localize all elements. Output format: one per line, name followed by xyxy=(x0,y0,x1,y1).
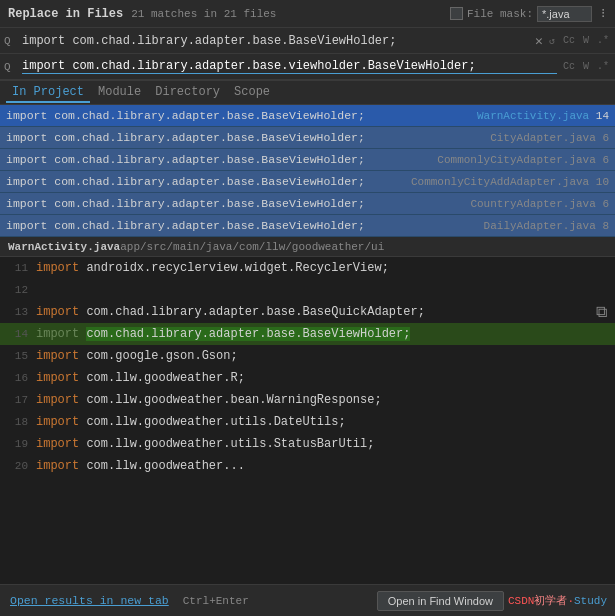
code-line: 17import com.llw.goodweather.bean.Warnin… xyxy=(0,389,615,411)
line-number: 16 xyxy=(0,372,36,384)
tab-in-project[interactable]: In Project xyxy=(6,83,90,103)
line-content: import com.chad.library.adapter.base.Bas… xyxy=(36,327,615,341)
line-number: 12 xyxy=(0,284,36,296)
result-code: import com.chad.library.adapter.base.Bas… xyxy=(6,175,403,188)
line-content: import com.llw.goodweather.utils.StatusB… xyxy=(36,437,615,451)
tab-scope[interactable]: Scope xyxy=(228,83,276,103)
line-content: import com.llw.goodweather.R; xyxy=(36,371,615,385)
line-content: import com.llw.goodweather... xyxy=(36,459,615,473)
result-code: import com.chad.library.adapter.base.Bas… xyxy=(6,131,482,144)
line-number: 11 xyxy=(0,262,36,274)
line-content: import com.google.gson.Gson; xyxy=(36,349,615,363)
line-content: import com.chad.library.adapter.base.Bas… xyxy=(36,305,615,319)
result-file: CountryAdapter.java 6 xyxy=(462,198,609,210)
code-area: 11import androidx.recyclerview.widget.Re… xyxy=(0,257,615,477)
result-row[interactable]: import com.chad.library.adapter.base.Bas… xyxy=(0,127,615,149)
result-row[interactable]: import com.chad.library.adapter.base.Bas… xyxy=(0,149,615,171)
result-file: CommonlyCityAdapter.java 6 xyxy=(429,154,609,166)
result-file: DailyAdapter.java 8 xyxy=(476,220,609,232)
line-number: 18 xyxy=(0,416,36,428)
replace-btn-1[interactable]: ↺ xyxy=(547,34,557,48)
tab-directory[interactable]: Directory xyxy=(149,83,226,103)
cc-btn-1[interactable]: Cc xyxy=(561,34,577,47)
search-row-2: Q Cc W .* xyxy=(0,54,615,80)
line-number: 15 xyxy=(0,350,36,362)
result-code: import com.chad.library.adapter.base.Bas… xyxy=(6,109,469,122)
open-find-window-btn[interactable]: Open in Find Window xyxy=(377,591,504,611)
path-text: app/src/main/java/com/llw/goodweather/ui xyxy=(120,241,384,253)
search-actions-2: Cc W .* xyxy=(561,60,611,73)
line-number: 13 xyxy=(0,306,36,318)
result-file: CityAdapter.java 6 xyxy=(482,132,609,144)
result-row[interactable]: import com.chad.library.adapter.base.Bas… xyxy=(0,171,615,193)
result-code: import com.chad.library.adapter.base.Bas… xyxy=(6,197,462,210)
cc-btn-2[interactable]: Cc xyxy=(561,60,577,73)
code-line: 19import com.llw.goodweather.utils.Statu… xyxy=(0,433,615,455)
search-actions-1: ✕ ↺ Cc W .* xyxy=(535,33,611,49)
file-mask-label: File mask: xyxy=(467,8,533,20)
line-number: 14 xyxy=(0,328,36,340)
result-row[interactable]: import com.chad.library.adapter.base.Bas… xyxy=(0,215,615,237)
file-mask-input[interactable] xyxy=(537,6,592,22)
replace-title: Replace in Files xyxy=(8,7,123,21)
tabs-row: In Project Module Directory Scope xyxy=(0,81,615,105)
result-file: CommonlyCityAddAdapter.java 10 xyxy=(403,176,609,188)
regex-btn-2[interactable]: .* xyxy=(595,60,611,73)
line-number: 17 xyxy=(0,394,36,406)
code-line: 16import com.llw.goodweather.R; xyxy=(0,367,615,389)
regex-btn-1[interactable]: .* xyxy=(595,34,611,47)
search-row-1: Q ✕ ↺ Cc W .* xyxy=(0,28,615,54)
code-line: 12 xyxy=(0,279,615,301)
path-row: WarnActivity.java app/src/main/java/com/… xyxy=(0,237,615,257)
matches-count: 21 matches in 21 files xyxy=(131,8,276,20)
search-input-1[interactable] xyxy=(22,34,531,48)
file-mask-area: File mask: xyxy=(450,6,592,22)
w-btn-2[interactable]: W xyxy=(581,60,591,73)
line-number: 19 xyxy=(0,438,36,450)
result-row[interactable]: import com.chad.library.adapter.base.Bas… xyxy=(0,193,615,215)
code-line: 20import com.llw.goodweather... xyxy=(0,455,615,477)
result-row[interactable]: import com.chad.library.adapter.base.Bas… xyxy=(0,105,615,127)
open-results-link[interactable]: Open results in new tab xyxy=(0,594,179,607)
code-line: 13import com.chad.library.adapter.base.B… xyxy=(0,301,615,323)
search-input-2[interactable] xyxy=(22,59,557,74)
path-file: WarnActivity.java xyxy=(8,241,120,253)
tab-module[interactable]: Module xyxy=(92,83,147,103)
file-mask-checkbox[interactable] xyxy=(450,7,463,20)
w-btn-1[interactable]: W xyxy=(581,34,591,47)
copy-icon[interactable]: ⧉ xyxy=(596,303,607,322)
results-list: import com.chad.library.adapter.base.Bas… xyxy=(0,105,615,237)
search-icon-2: Q xyxy=(4,61,18,73)
result-file: WarnActivity.java 14 xyxy=(469,110,609,122)
clear-btn-1[interactable]: ✕ xyxy=(535,33,543,49)
result-code: import com.chad.library.adapter.base.Bas… xyxy=(6,153,429,166)
code-line: 11import androidx.recyclerview.widget.Re… xyxy=(0,257,615,279)
line-content: import com.llw.goodweather.bean.WarningR… xyxy=(36,393,615,407)
shortcut-label: Ctrl+Enter xyxy=(179,595,253,607)
bottom-bar: Open results in new tab Ctrl+Enter Open … xyxy=(0,584,615,616)
code-line: 14import com.chad.library.adapter.base.B… xyxy=(0,323,615,345)
result-code: import com.chad.library.adapter.base.Bas… xyxy=(6,219,476,232)
search-icon-1: Q xyxy=(4,35,18,47)
filter-icon[interactable]: ⫶ xyxy=(600,6,607,21)
top-bar: Replace in Files 21 matches in 21 files … xyxy=(0,0,615,28)
watermark: CSDN初学者·Study xyxy=(508,593,615,608)
line-content: import androidx.recyclerview.widget.Recy… xyxy=(36,261,615,275)
code-line: 18import com.llw.goodweather.utils.DateU… xyxy=(0,411,615,433)
line-number: 20 xyxy=(0,460,36,472)
line-content: import com.llw.goodweather.utils.DateUti… xyxy=(36,415,615,429)
search-area: Q ✕ ↺ Cc W .* Q Cc W .* xyxy=(0,28,615,81)
code-line: 15import com.google.gson.Gson; xyxy=(0,345,615,367)
